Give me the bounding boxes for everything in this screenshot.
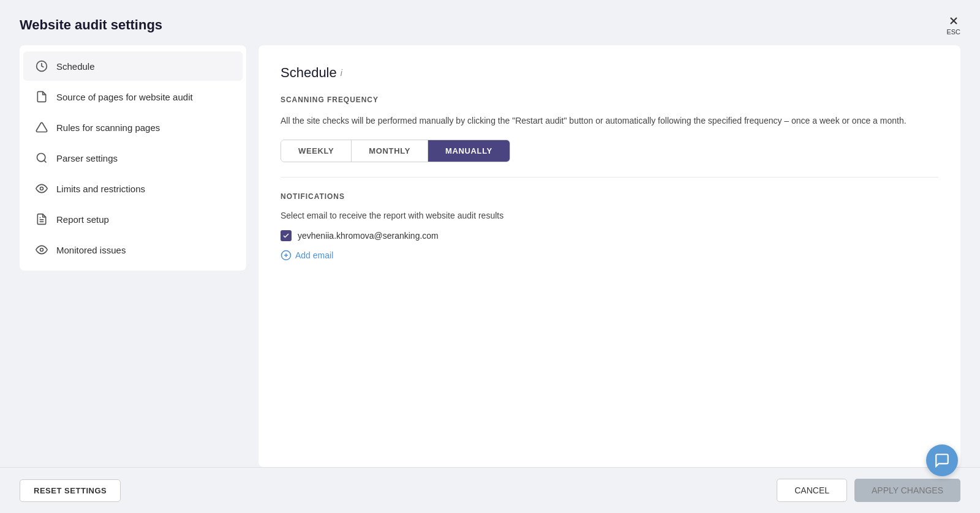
sidebar: Schedule Source of pages for website aud… [20,45,246,271]
svg-point-8 [40,249,43,252]
chat-icon [934,452,950,468]
section-divider [281,177,938,178]
add-email-button[interactable]: Add email [281,250,333,261]
email-row: yevheniia.khromova@seranking.com [281,230,938,241]
main-panel: Schedule i SCANNING FREQUENCY All the si… [258,45,960,467]
frequency-button-group: WEEKLY MONTHLY MANUALLY [281,140,510,162]
clock-icon [36,60,48,72]
plus-circle-icon [281,250,292,261]
sidebar-item-label: Schedule [56,61,95,72]
apply-changes-button[interactable]: APPLY CHANGES [854,479,960,502]
close-button[interactable]: ESC [946,15,960,36]
sidebar-item-label: Report setup [56,214,109,225]
chat-button[interactable] [926,444,958,476]
reset-settings-button[interactable]: RESET SETTINGS [20,479,121,502]
info-icon[interactable]: i [341,68,342,78]
sidebar-item-label: Parser settings [56,153,118,163]
svg-line-4 [44,160,47,163]
email-checkbox[interactable] [281,230,292,241]
eye2-icon [36,244,48,256]
scanning-frequency-section: SCANNING FREQUENCY All the site checks w… [281,95,938,162]
document-icon [36,91,48,103]
sidebar-item-monitored[interactable]: Monitored issues [23,235,243,264]
svg-point-5 [40,187,43,190]
sidebar-item-report[interactable]: Report setup [23,204,243,234]
sidebar-item-source[interactable]: Source of pages for website audit [23,82,243,111]
notifications-description: Select email to receive the report with … [281,211,938,220]
sidebar-item-label: Monitored issues [56,245,126,255]
weekly-button[interactable]: WEEKLY [281,140,352,162]
triangle-icon [36,121,48,133]
scanning-description: All the site checks will be performed ma… [281,114,938,127]
esc-label: ESC [946,28,960,36]
footer-actions: CANCEL APPLY CHANGES [777,479,960,502]
sidebar-item-parser[interactable]: Parser settings [23,143,243,173]
notifications-section: NOTIFICATIONS Select email to receive th… [281,192,938,261]
svg-point-3 [37,154,45,162]
checkmark-icon [282,232,290,239]
modal-footer: RESET SETTINGS CANCEL APPLY CHANGES [0,467,980,513]
cancel-button[interactable]: CANCEL [777,479,847,502]
sidebar-item-schedule[interactable]: Schedule [23,51,243,81]
scanning-frequency-label: SCANNING FREQUENCY [281,95,938,104]
eye-icon [36,182,48,195]
notifications-label: NOTIFICATIONS [281,192,938,201]
sidebar-item-label: Limits and restrictions [56,184,145,194]
sidebar-item-label: Source of pages for website audit [56,92,193,102]
report-icon [36,213,48,225]
email-address: yevheniia.khromova@seranking.com [298,231,439,241]
sidebar-item-limits[interactable]: Limits and restrictions [23,174,243,203]
manually-button[interactable]: MANUALLY [428,140,510,162]
page-title: Website audit settings [20,17,162,33]
section-title: Schedule i [281,65,938,81]
monthly-button[interactable]: MONTHLY [352,140,428,162]
search-icon [36,152,48,164]
add-email-label: Add email [295,250,333,260]
sidebar-item-label: Rules for scanning pages [56,122,160,133]
sidebar-item-rules[interactable]: Rules for scanning pages [23,113,243,142]
